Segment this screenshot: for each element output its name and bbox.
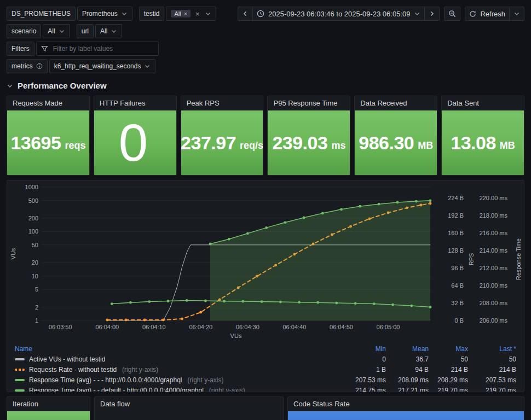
stat-value: 239.03 bbox=[272, 132, 327, 154]
stat-value-area: 239.03 ms bbox=[268, 110, 350, 175]
refresh-icon bbox=[469, 10, 476, 18]
refresh-interval-dropdown[interactable] bbox=[509, 7, 524, 21]
chevron-right-icon bbox=[429, 10, 435, 17]
svg-text:212.00 ms: 212.00 ms bbox=[480, 265, 508, 271]
testid-picker[interactable]: All × × bbox=[166, 7, 216, 21]
filters-label-text: Filters bbox=[11, 45, 30, 52]
series-axis-note: (right y-axis) bbox=[209, 387, 245, 393]
series-max: 219.70 ms bbox=[429, 387, 468, 393]
svg-text:96 B: 96 B bbox=[451, 265, 464, 271]
time-shift-back-button[interactable] bbox=[238, 7, 253, 21]
url-variable: url All bbox=[77, 24, 123, 38]
series-axis-note: (right y-axis) bbox=[122, 366, 158, 374]
series-axis-note: (right y-axis) bbox=[187, 376, 223, 384]
panel-title[interactable]: Data flow bbox=[95, 397, 283, 411]
scenario-picker[interactable]: All bbox=[43, 24, 70, 38]
svg-text:220.00 ms: 220.00 ms bbox=[480, 195, 508, 201]
series-max: 208.29 ms bbox=[429, 376, 468, 384]
panel-title[interactable]: Data Received bbox=[355, 96, 437, 110]
series-name[interactable]: Response Time (avg) - - - http://0.0.0.0… bbox=[15, 376, 337, 384]
panel-data-flow: Data flow bbox=[94, 396, 284, 420]
dashboard: DS_PROMETHEUS Prometheus testid All × × bbox=[0, 0, 531, 420]
time-shift-forward-button[interactable] bbox=[424, 7, 440, 21]
zoom-out-icon bbox=[448, 10, 456, 18]
stat-panel-data-received: Data Received 986.30 MB bbox=[354, 96, 437, 176]
scenario-variable: scenario All bbox=[7, 24, 70, 38]
legend-row[interactable]: Response Time (avg) - - - http://0.0.0.0… bbox=[15, 375, 516, 385]
section-performance-overview[interactable]: Performance Overview bbox=[7, 81, 107, 90]
panel-title[interactable]: Data Sent bbox=[442, 96, 524, 110]
panel-title[interactable]: Requests Made bbox=[7, 96, 89, 110]
panel-title[interactable]: Code Status Rate bbox=[288, 397, 524, 411]
panel-title[interactable]: Peak RPS bbox=[181, 96, 263, 110]
section-title: Performance Overview bbox=[18, 81, 107, 90]
url-value: All bbox=[100, 27, 107, 35]
testid-tag[interactable]: All × bbox=[171, 10, 191, 18]
svg-text:VUs: VUs bbox=[10, 248, 16, 259]
chevron-down-icon bbox=[414, 10, 420, 17]
svg-text:192 B: 192 B bbox=[448, 212, 464, 219]
legend-header: Name Min Mean Max Last * bbox=[15, 343, 516, 354]
legend-header-max[interactable]: Max bbox=[429, 345, 468, 353]
legend-header-mean[interactable]: Mean bbox=[386, 345, 429, 353]
url-label-text: url bbox=[82, 27, 89, 35]
series-last: 50 bbox=[468, 355, 516, 363]
stat-panel-peak-rps: Peak RPS 237.97 req/s bbox=[181, 96, 264, 176]
legend-row[interactable]: Active VUs - without testid 0 36.7 50 50 bbox=[15, 354, 516, 364]
panel-iteration: Iteration bbox=[7, 396, 90, 420]
metrics-label-text: metrics bbox=[11, 62, 33, 70]
refresh-button[interactable]: Refresh bbox=[465, 7, 510, 21]
series-name[interactable]: Requests Rate - without testid (right y-… bbox=[15, 366, 337, 374]
legend-row[interactable]: Requests Rate - without testid (right y-… bbox=[15, 364, 516, 375]
svg-text:0 B: 0 B bbox=[454, 317, 464, 324]
funnel-icon bbox=[41, 45, 48, 52]
stat-value: 986.30 bbox=[359, 132, 414, 154]
scenario-value: All bbox=[48, 27, 55, 35]
stat-value: 0 bbox=[119, 113, 148, 173]
testid-label: testid bbox=[139, 7, 165, 21]
svg-text:5: 5 bbox=[35, 286, 38, 293]
chevron-down-icon bbox=[513, 10, 520, 17]
time-range-picker[interactable]: 2025-09-23 06:03:46 to 2025-09-23 06:05:… bbox=[252, 7, 425, 21]
stat-unit: MB bbox=[418, 140, 433, 151]
timeseries-chart[interactable]: 12510205010020050010000 B32 B64 B96 B128… bbox=[7, 183, 524, 342]
legend-header-min[interactable]: Min bbox=[337, 345, 386, 353]
datasource-label: DS_PROMETHEUS bbox=[7, 7, 76, 21]
svg-text:206.00 ms: 206.00 ms bbox=[480, 317, 508, 324]
topbar-row-1: DS_PROMETHEUS Prometheus testid All × × bbox=[7, 7, 524, 21]
bottom-panels-row: Iteration Data flow Code Status Rate bbox=[7, 396, 524, 420]
svg-text:06:04:20: 06:04:20 bbox=[189, 324, 212, 330]
filters-input[interactable] bbox=[52, 44, 154, 53]
svg-text:Response Time: Response Time bbox=[515, 238, 522, 280]
chevron-down-icon bbox=[59, 28, 65, 34]
topbar-row-3: Filters bbox=[7, 42, 524, 56]
legend-header-last[interactable]: Last * bbox=[468, 345, 516, 353]
svg-text:200: 200 bbox=[28, 215, 38, 221]
iteration-stat-body bbox=[7, 411, 90, 420]
stat-value-area: 0 bbox=[94, 110, 176, 175]
series-name[interactable]: Response Time (avg) - - default - http:/… bbox=[15, 387, 337, 393]
remove-tag-icon[interactable]: × bbox=[184, 10, 187, 17]
legend-row[interactable]: Response Time (avg) - - default - http:/… bbox=[15, 385, 516, 392]
series-mean: 94 B bbox=[386, 366, 429, 374]
panel-title[interactable]: Iteration bbox=[7, 397, 90, 411]
svg-text:06:04:00: 06:04:00 bbox=[95, 324, 119, 330]
svg-text:06:04:30: 06:04:30 bbox=[236, 324, 259, 330]
panel-title[interactable]: HTTP Failures bbox=[94, 96, 176, 110]
legend-header-name[interactable]: Name bbox=[15, 345, 337, 353]
zoom-out-button[interactable] bbox=[444, 7, 460, 21]
svg-text:2: 2 bbox=[35, 304, 38, 311]
metrics-picker[interactable]: k6_http_req_waiting_seconds bbox=[49, 59, 156, 73]
datasource-picker[interactable]: Prometheus bbox=[77, 7, 132, 21]
series-name[interactable]: Active VUs - without testid bbox=[15, 355, 337, 363]
panel-title[interactable]: P95 Response Time bbox=[268, 96, 350, 110]
series-last: 219.70 ms bbox=[468, 387, 516, 393]
series-marker bbox=[15, 389, 25, 392]
svg-text:208.00 ms: 208.00 ms bbox=[480, 300, 508, 306]
url-picker[interactable]: All bbox=[95, 24, 122, 38]
filters-field[interactable] bbox=[36, 42, 159, 56]
clear-selection-icon[interactable]: × bbox=[195, 10, 200, 18]
series-marker bbox=[15, 379, 25, 381]
stat-value: 13695 bbox=[10, 132, 61, 154]
svg-text:06:04:50: 06:04:50 bbox=[330, 324, 353, 330]
